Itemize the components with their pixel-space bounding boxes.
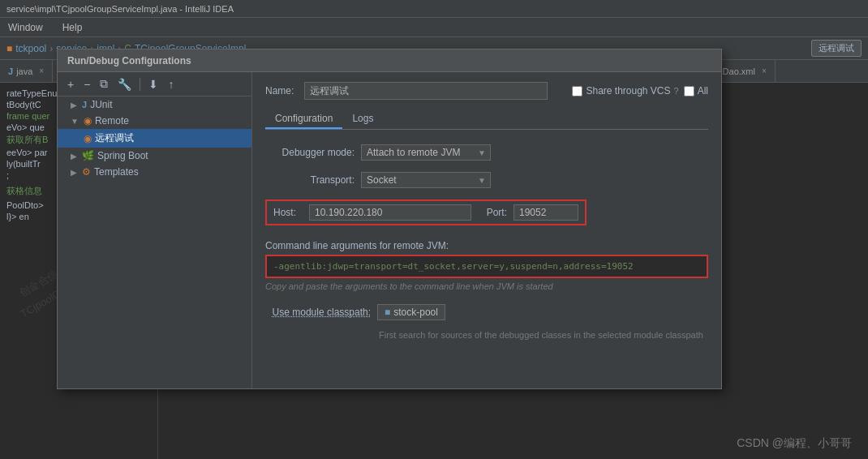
- java-icon: J: [8, 66, 13, 76]
- junit-arrow: ▶: [71, 101, 77, 109]
- dialog-overlay: Run/Debug Configurations + − ⧉ 🔧 ⬇ ↑: [49, 41, 868, 459]
- all-checkbox-label[interactable]: All: [684, 85, 708, 97]
- title-bar: service\impl\TCjpoolGroupServiceImpl.jav…: [0, 0, 868, 18]
- tree-templates-label: Templates: [94, 166, 139, 178]
- templates-icon: ⚙: [82, 166, 91, 178]
- name-label: Name:: [265, 85, 298, 97]
- dialog-title-text: Run/Debug Configurations: [67, 55, 191, 66]
- dialog-title: Run/Debug Configurations: [58, 49, 721, 72]
- csdn-text: CSDN @编程、小哥哥: [737, 436, 852, 449]
- tree-item-templates[interactable]: ▶ ⚙ Templates: [58, 164, 251, 180]
- add-config-button[interactable]: +: [64, 76, 77, 92]
- copy-config-button[interactable]: ⧉: [97, 75, 111, 92]
- share-vcs-checkbox-label[interactable]: Share through VCS ?: [572, 85, 678, 97]
- title-text: service\impl\TCjpoolGroupServiceImpl.jav…: [6, 4, 234, 14]
- project-icon: ■: [6, 43, 12, 54]
- tab-java-label: java: [16, 66, 32, 76]
- tree-item-junit[interactable]: ▶ J JUnit: [58, 97, 251, 113]
- transport-row: Transport: Socket ▼: [265, 172, 708, 188]
- module-label: Use module classpath:: [265, 307, 371, 318]
- spring-icon: 🌿: [82, 150, 94, 161]
- dialog-toolbar: + − ⧉ 🔧 ⬇ ↑: [58, 72, 251, 97]
- remote-icon: ◉: [84, 115, 92, 127]
- dialog-left-panel: + − ⧉ 🔧 ⬇ ↑ ▶ J JUnit: [58, 72, 252, 388]
- port-label: Port:: [478, 207, 507, 218]
- all-label: All: [698, 85, 708, 97]
- main-area: 创金合信-李明-2024-05-28TCjpoolGroupServiceImp…: [0, 83, 868, 459]
- module-value-text: stock-pool: [393, 307, 438, 318]
- templates-arrow: ▶: [71, 168, 77, 177]
- tree-item-springboot[interactable]: ▶ 🌿 Spring Boot: [58, 148, 251, 164]
- config-tabs: Configuration Logs: [265, 109, 708, 130]
- share-vcs-label: Share through VCS: [586, 85, 670, 97]
- cmdline-box[interactable]: -agentlib:jdwp=transport=dt_socket,serve…: [265, 255, 708, 278]
- share-vcs-checkbox[interactable]: [572, 86, 582, 97]
- tree-item-yuancheng[interactable]: ◉ 远程调试: [58, 129, 251, 148]
- host-label: Host:: [273, 207, 303, 218]
- tab-java-close[interactable]: ×: [39, 66, 44, 75]
- module-hint: First search for sources of the debugged…: [265, 330, 708, 340]
- module-row: Use module classpath: ■ stock-pool: [265, 304, 708, 320]
- transport-select[interactable]: Socket: [361, 172, 491, 188]
- tab-configuration[interactable]: Configuration: [265, 109, 342, 129]
- cmdline-hint: Copy and paste the arguments to the comm…: [265, 281, 708, 291]
- menu-bar: Window Help: [0, 18, 868, 37]
- port-input[interactable]: [513, 204, 578, 221]
- cmdline-label: Command line arguments for remote JVM:: [265, 240, 708, 251]
- toolbar-divider: [140, 78, 140, 91]
- debugger-mode-select-wrapper: Attach to remote JVM ▼: [361, 144, 491, 161]
- name-row: Name: Share through VCS ? All: [265, 82, 708, 100]
- up-config-button[interactable]: ↑: [165, 76, 177, 92]
- host-input[interactable]: [309, 204, 471, 221]
- spring-arrow: ▶: [71, 152, 77, 161]
- debugger-mode-label: Debugger mode:: [265, 147, 355, 158]
- module-value-button[interactable]: ■ stock-pool: [377, 304, 445, 320]
- csdn-watermark: CSDN @编程、小哥哥: [737, 436, 852, 451]
- breadcrumb-tcpool[interactable]: tckpool: [15, 43, 46, 54]
- tree-item-remote[interactable]: ▼ ◉ Remote: [58, 113, 251, 129]
- junit-icon: J: [82, 100, 87, 109]
- share-question-icon: ?: [674, 86, 679, 96]
- cmdline-section: Command line arguments for remote JVM: -…: [265, 240, 708, 291]
- transport-label: Transport:: [265, 174, 355, 186]
- menu-help[interactable]: Help: [58, 20, 88, 35]
- tab-logs[interactable]: Logs: [342, 109, 383, 129]
- name-input[interactable]: [304, 82, 548, 100]
- host-port-row: Host: Port:: [265, 199, 587, 225]
- debugger-mode-row: Debugger mode: Attach to remote JVM ▼: [265, 144, 708, 161]
- sort-config-button[interactable]: ⬇: [145, 76, 161, 92]
- run-debug-dialog: Run/Debug Configurations + − ⧉ 🔧 ⬇ ↑: [57, 49, 722, 389]
- tree-junit-label: JUnit: [90, 99, 112, 110]
- remove-config-button[interactable]: −: [80, 76, 93, 92]
- tree-spring-label: Spring Boot: [97, 150, 148, 161]
- menu-window[interactable]: Window: [3, 20, 48, 35]
- tree-yuancheng-label: 远程调试: [95, 131, 134, 145]
- yuancheng-icon: ◉: [84, 133, 92, 144]
- tree-remote-label: Remote: [95, 115, 129, 127]
- share-row: Share through VCS ? All: [572, 85, 708, 97]
- dialog-right-panel: Name: Share through VCS ? All: [252, 72, 721, 388]
- dialog-body: + − ⧉ 🔧 ⬇ ↑ ▶ J JUnit: [58, 72, 721, 388]
- debugger-mode-select[interactable]: Attach to remote JVM: [361, 144, 491, 161]
- module-icon: ■: [385, 307, 390, 318]
- remote-arrow: ▼: [71, 117, 79, 126]
- settings-config-button[interactable]: 🔧: [114, 76, 135, 92]
- tab-java[interactable]: J java ×: [0, 60, 53, 82]
- transport-select-wrapper: Socket ▼: [361, 172, 491, 188]
- all-checkbox[interactable]: [684, 86, 694, 97]
